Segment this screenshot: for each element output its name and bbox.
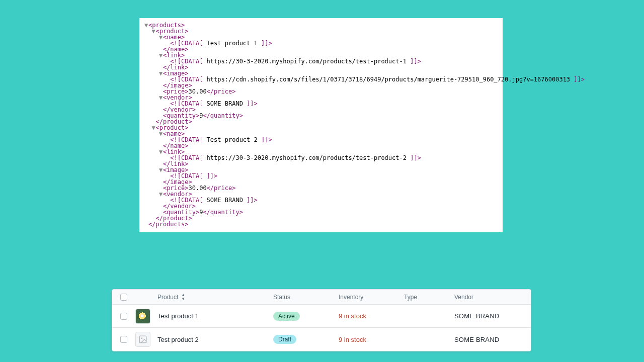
checkbox-icon xyxy=(120,294,127,301)
xml-line[interactable]: <![CDATA[ SOME BRAND ]]> xyxy=(144,197,498,203)
checkbox-icon xyxy=(120,336,127,343)
xml-viewer-panel: ▼<products> ▼<product> ▼<name> <![CDATA[… xyxy=(139,18,503,232)
header-type[interactable]: Type xyxy=(404,294,454,301)
xml-line[interactable]: </product> xyxy=(144,119,498,125)
header-product-label: Product xyxy=(157,294,178,301)
product-inventory: 9 in stock xyxy=(339,336,404,343)
inventory-value: 9 in stock xyxy=(339,336,366,343)
header-product[interactable]: Product ▲▼ xyxy=(157,293,273,301)
table-row[interactable]: Test product 1Active9 in stockSOME BRAND xyxy=(112,305,531,328)
product-inventory: 9 in stock xyxy=(339,312,404,320)
image-placeholder-icon xyxy=(135,332,150,347)
header-type-label: Type xyxy=(404,294,417,301)
header-select-all[interactable] xyxy=(120,294,135,301)
product-status: Active xyxy=(273,312,339,321)
product-status: Draft xyxy=(273,335,339,344)
table-header-row: Product ▲▼ Status Inventory Type Vendor xyxy=(112,290,531,305)
header-status[interactable]: Status xyxy=(273,294,339,301)
xml-line[interactable]: </link> xyxy=(144,161,498,167)
product-image-icon xyxy=(135,309,150,324)
inventory-value: 9 in stock xyxy=(339,312,366,320)
table-row[interactable]: Test product 2Draft9 in stockSOME BRAND xyxy=(112,328,531,351)
vendor-value: SOME BRAND xyxy=(454,336,499,343)
xml-line[interactable]: </name> xyxy=(144,46,498,52)
product-thumbnail[interactable] xyxy=(135,332,157,347)
xml-line[interactable]: <![CDATA[ https://cdn.shopify.com/s/file… xyxy=(144,76,498,82)
header-vendor[interactable]: Vendor xyxy=(454,294,531,301)
xml-line[interactable]: <![CDATA[ Test product 1 ]]> xyxy=(144,40,498,46)
xml-line[interactable]: <price>30.00</price> xyxy=(144,185,498,191)
vendor-value: SOME BRAND xyxy=(454,312,499,320)
xml-line[interactable]: <price>30.00</price> xyxy=(144,88,498,95)
xml-line[interactable]: <![CDATA[ Test product 2 ]]> xyxy=(144,137,498,143)
xml-line[interactable]: </product> xyxy=(144,215,498,221)
xml-line[interactable]: </products> xyxy=(144,221,498,227)
xml-line[interactable]: </link> xyxy=(144,64,498,70)
svg-rect-0 xyxy=(139,336,146,343)
status-badge: Active xyxy=(273,312,300,321)
products-table: Product ▲▼ Status Inventory Type Vendor … xyxy=(112,289,531,351)
row-checkbox[interactable] xyxy=(120,313,135,320)
header-status-label: Status xyxy=(273,294,290,301)
product-vendor: SOME BRAND xyxy=(454,312,531,320)
xml-line[interactable]: <![CDATA[ ]]> xyxy=(144,173,498,179)
checkbox-icon xyxy=(120,313,127,320)
header-inventory-label: Inventory xyxy=(339,294,363,301)
xml-line[interactable]: ▼<products> xyxy=(144,22,498,28)
sort-icon: ▲▼ xyxy=(181,293,185,301)
product-name[interactable]: Test product 2 xyxy=(157,336,273,343)
xml-line[interactable]: ▼<product> xyxy=(144,28,498,34)
row-checkbox[interactable] xyxy=(120,336,135,343)
xml-line[interactable]: <![CDATA[ https://30-3-2020.myshopify.co… xyxy=(144,58,498,64)
product-thumbnail[interactable] xyxy=(135,309,157,324)
xml-line[interactable]: <![CDATA[ SOME BRAND ]]> xyxy=(144,101,498,107)
xml-line[interactable]: </name> xyxy=(144,143,498,149)
svg-point-1 xyxy=(141,337,142,339)
product-name[interactable]: Test product 1 xyxy=(157,312,273,320)
xml-line[interactable]: <![CDATA[ https://30-3-2020.myshopify.co… xyxy=(144,155,498,161)
product-vendor: SOME BRAND xyxy=(454,336,531,343)
header-vendor-label: Vendor xyxy=(454,294,473,301)
product-name-label: Test product 2 xyxy=(157,336,199,343)
xml-line[interactable]: ▼<product> xyxy=(144,125,498,131)
xml-line[interactable]: <quantity>9</quantity> xyxy=(144,113,498,119)
product-name-label: Test product 1 xyxy=(157,312,199,320)
status-badge: Draft xyxy=(273,335,296,344)
header-inventory[interactable]: Inventory xyxy=(339,294,404,301)
xml-line[interactable]: <quantity>9</quantity> xyxy=(144,209,498,215)
